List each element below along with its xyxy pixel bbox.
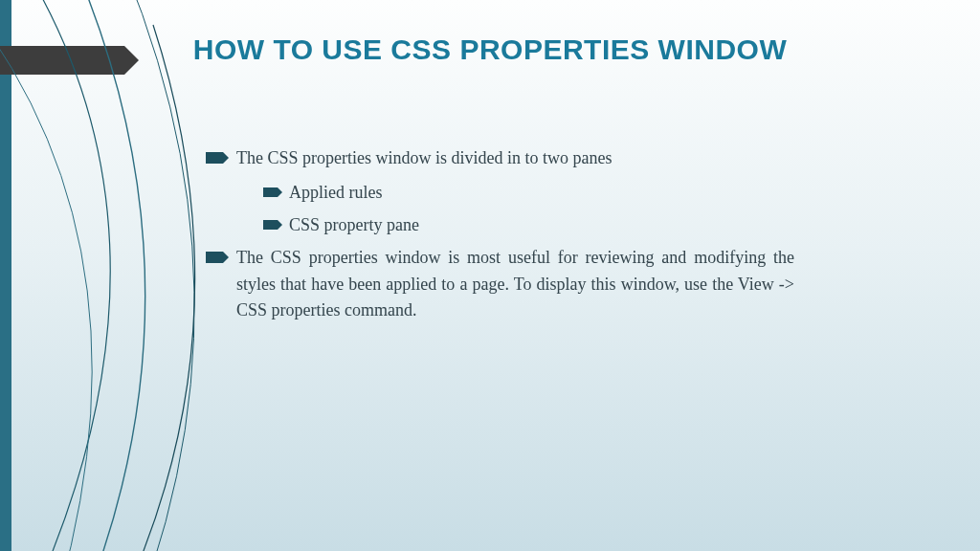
left-accent-bar — [0, 0, 11, 551]
bullet-level1: The CSS properties window is divided in … — [206, 145, 794, 172]
bullet-text: The CSS properties window is most useful… — [236, 245, 794, 325]
bullet-level1: The CSS properties window is most useful… — [206, 245, 794, 325]
bullet-text: The CSS properties window is divided in … — [236, 145, 794, 172]
slide-title: HOW TO USE CSS PROPERTIES WINDOW — [0, 31, 980, 70]
bullet-text: Applied rules — [289, 180, 794, 207]
bullet-text: CSS property pane — [289, 212, 794, 239]
slide-body: The CSS properties window is divided in … — [206, 145, 794, 332]
ribbon-bullet-icon — [206, 152, 223, 164]
bullet-level2: CSS property pane — [263, 212, 794, 239]
ribbon-bullet-icon — [263, 220, 278, 230]
ribbon-bullet-icon — [206, 252, 223, 263]
bullet-level2: Applied rules — [263, 180, 794, 207]
ribbon-bullet-icon — [263, 187, 278, 197]
